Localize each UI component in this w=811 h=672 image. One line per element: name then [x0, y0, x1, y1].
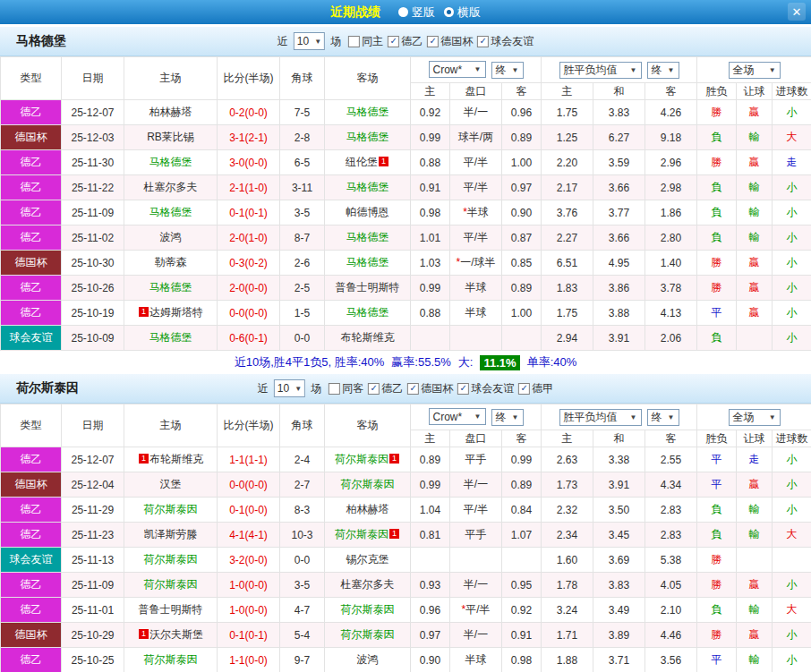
- radio-selected-icon[interactable]: [444, 7, 454, 17]
- result-goals-cell: 小: [773, 251, 811, 276]
- layout-radio-vertical[interactable]: 竖版: [398, 4, 435, 21]
- final-odds-select[interactable]: 终▼: [491, 62, 524, 79]
- checkbox-checked-icon[interactable]: ✓: [388, 36, 399, 47]
- chevron-down-icon: ▼: [769, 66, 776, 74]
- team-name-text: 荷尔斯泰因: [144, 578, 198, 591]
- filter-checkbox[interactable]: ✓球会友谊: [457, 381, 514, 396]
- team-name-text: 荷尔斯泰因: [335, 453, 388, 465]
- team-name-text: 马格德堡: [346, 306, 389, 319]
- result-handicap-cell: 贏: [737, 472, 773, 498]
- odds-away-cell: 0.97: [502, 175, 542, 200]
- match-count-select[interactable]: 10 ▼: [274, 379, 305, 397]
- close-icon[interactable]: ✕: [788, 3, 806, 21]
- handicap-cell: 平/半: [450, 150, 502, 175]
- date-cell: 25-11-09: [62, 573, 124, 598]
- result-wdl-cell: 勝: [697, 100, 737, 125]
- handicap-cell: 平手: [450, 447, 502, 472]
- avg-odds-select[interactable]: 胜平负均值▼: [559, 62, 642, 79]
- filter-bar: 近 10 ▼ 场 同客✓德乙✓德国杯✓球会友谊✓德甲: [258, 379, 553, 397]
- result-goals-cell: 小: [773, 447, 811, 472]
- filter-checkbox[interactable]: ✓德国杯: [407, 381, 453, 396]
- avg-odds-select[interactable]: 胜平负均值▼: [559, 409, 642, 426]
- avg-home-cell: 1.75: [542, 301, 593, 326]
- avg-home-cell: 2.32: [542, 498, 593, 523]
- home-team-cell: 荷尔斯泰因: [124, 548, 218, 573]
- checkbox-checked-icon[interactable]: ✓: [518, 383, 530, 395]
- match-type-cell: 德乙: [1, 200, 62, 225]
- col-ah: 让球: [737, 83, 773, 100]
- match-count-select[interactable]: 10 ▼: [294, 32, 325, 50]
- titlebar: 近期战绩 竖版 横版 ✕: [0, 0, 811, 24]
- odds-home-cell: [411, 326, 450, 351]
- avg-away-cell: 2.96: [645, 150, 697, 175]
- filter-checkbox[interactable]: ✓德乙: [368, 381, 403, 396]
- avg-away-cell: 2.83: [645, 523, 697, 548]
- col-handicap: 盘口: [450, 430, 502, 447]
- corners-cell: 10-3: [280, 523, 325, 548]
- checkbox-checked-icon[interactable]: ✓: [477, 36, 489, 47]
- odds-home-cell: 0.99: [411, 125, 450, 150]
- away-team-cell: 锡尔克堡: [325, 548, 411, 573]
- away-team-cell: 荷尔斯泰因1: [325, 523, 411, 548]
- col-date: 日期: [62, 404, 124, 447]
- bookmaker-select[interactable]: Crow*▼: [429, 408, 486, 425]
- score-cell: 1-0(0-0): [218, 598, 280, 623]
- filter-checkbox[interactable]: ✓球会友谊: [477, 34, 534, 49]
- handicap-cell: 球半/两: [450, 125, 502, 150]
- avg-draw-cell: 3.83: [593, 573, 645, 598]
- handicap-cell: 半球: [450, 648, 502, 672]
- match-row: 德乙 25-12-07 柏林赫塔 0-2(0-0) 7-5 马格德堡 0.92 …: [1, 100, 811, 125]
- bookmaker-select[interactable]: Crow*▼: [429, 61, 486, 78]
- checkbox-unchecked-icon[interactable]: [348, 36, 360, 47]
- match-row: 德国杯 25-10-29 1沃尔夫斯堡 0-1(0-1) 5-4 荷尔斯泰因 0…: [1, 623, 811, 648]
- odds-away-cell: [502, 548, 542, 573]
- avg-home-cell: 3.24: [542, 598, 593, 623]
- chevron-down-icon: ▼: [668, 66, 675, 74]
- final-odds-select[interactable]: 终▼: [491, 409, 524, 426]
- avg-draw-cell: 3.77: [593, 200, 645, 225]
- filter-checkbox[interactable]: 同主: [348, 34, 383, 49]
- checkbox-checked-icon[interactable]: ✓: [457, 383, 469, 395]
- filter-checkbox[interactable]: ✓德乙: [388, 34, 423, 49]
- date-cell: 25-11-29: [62, 498, 124, 523]
- home-team-cell: 荷尔斯泰因: [124, 498, 218, 523]
- match-type-cell: 球会友谊: [1, 326, 62, 351]
- team-name-text: 马格德堡: [149, 156, 192, 168]
- date-cell: 25-10-19: [62, 301, 124, 326]
- filter-checkbox[interactable]: ✓德甲: [518, 381, 553, 396]
- handicap-cell: *半球: [450, 200, 502, 225]
- away-team-cell: 马格德堡: [325, 125, 411, 150]
- checkbox-unchecked-icon[interactable]: [329, 383, 340, 395]
- avg-away-cell: 1.86: [645, 200, 697, 225]
- avg-final-select[interactable]: 终▼: [647, 62, 679, 79]
- score-cell: 0-0(0-0): [218, 301, 280, 326]
- checkbox-checked-icon[interactable]: ✓: [407, 383, 419, 395]
- col-avg-draw: 和: [593, 430, 645, 447]
- team-name-text: RB莱比锡: [147, 131, 194, 143]
- match-type-cell: 德国杯: [1, 251, 62, 276]
- checkbox-checked-icon[interactable]: ✓: [368, 383, 380, 395]
- avg-draw-cell: 3.89: [593, 623, 645, 648]
- odds-home-cell: 1.04: [411, 498, 450, 523]
- col-handicap: 盘口: [450, 83, 502, 100]
- match-row: 德乙 25-11-30 马格德堡 3-0(0-0) 6-5 纽伦堡1 0.88 …: [1, 150, 811, 175]
- team-name-text: 凯泽斯劳滕: [144, 528, 198, 540]
- checkbox-checked-icon[interactable]: ✓: [427, 36, 439, 47]
- avg-home-cell: 2.34: [542, 523, 593, 548]
- team-name-text: 荷尔斯泰因: [144, 553, 198, 566]
- result-handicap-cell: [737, 548, 773, 573]
- filter-checkbox[interactable]: ✓德国杯: [427, 34, 473, 49]
- col-wdl: 胜负: [697, 83, 737, 100]
- scope-select[interactable]: 全场▼: [729, 409, 781, 426]
- corners-cell: 9-7: [280, 648, 325, 672]
- radio-icon[interactable]: [398, 7, 408, 17]
- score-cell: 3-2(0-0): [218, 548, 280, 573]
- odds-away-cell: 0.89: [502, 472, 542, 498]
- result-handicap-cell: 輸: [737, 498, 773, 523]
- filter-checkbox[interactable]: 同客: [329, 381, 363, 396]
- avg-final-select[interactable]: 终▼: [647, 409, 679, 426]
- scope-select[interactable]: 全场▼: [729, 62, 781, 79]
- team-name-text: 波鸿: [160, 231, 182, 243]
- away-team-cell: 马格德堡: [325, 251, 411, 276]
- layout-radio-horizontal[interactable]: 横版: [444, 4, 481, 21]
